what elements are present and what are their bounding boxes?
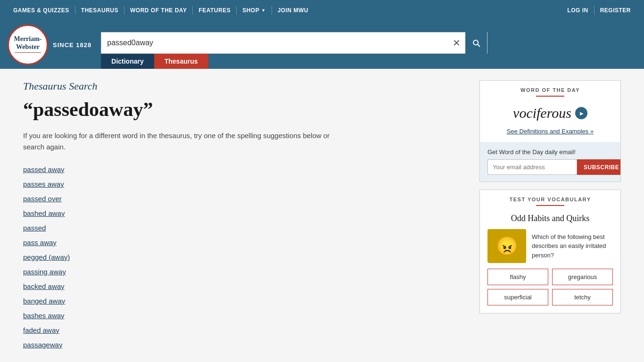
vocab-choice-superficial[interactable]: superficial: [487, 289, 548, 305]
wotd-email-text: Get Word of the Day daily email!: [487, 148, 613, 156]
list-item: passageway: [23, 337, 468, 352]
vocab-header: TEST YOUR VOCABULARY: [480, 190, 620, 214]
vocab-choice-flashy[interactable]: flashy: [487, 269, 548, 285]
list-item: banged away: [23, 294, 468, 308]
since-text: SINCE 1828: [53, 41, 91, 49]
suggestion-link-banged-away[interactable]: banged away: [23, 294, 468, 308]
no-result-text: If you are looking for a different word …: [23, 130, 344, 153]
suggestion-link-bashed-away[interactable]: bashed away: [23, 206, 468, 221]
list-item: passed: [23, 221, 468, 235]
nav-link-register[interactable]: REGISTER: [594, 0, 636, 21]
search-input[interactable]: [101, 39, 448, 47]
list-item: faded away: [23, 323, 468, 337]
tab-thesaurus[interactable]: Thesaurus: [154, 54, 208, 69]
nav-link-games-quizzes[interactable]: GAMES & QUIZZES: [8, 0, 75, 21]
suggestion-link-passageway[interactable]: passageway: [23, 337, 468, 352]
search-term-heading: “passedoaway”: [23, 98, 468, 121]
chevron-down-icon: ▼: [261, 8, 265, 13]
suggestion-link-passed[interactable]: passed: [23, 221, 468, 235]
play-icon: ▶: [580, 111, 584, 116]
suggestion-list: passed away passes away passed over bash…: [23, 162, 468, 352]
suggestion-link-backed-away[interactable]: backed away: [23, 279, 468, 294]
list-item: backed away: [23, 279, 468, 294]
suggestion-link-pass-away[interactable]: pass away: [23, 235, 468, 250]
suggestion-link-passed-away[interactable]: passed away: [23, 162, 468, 177]
list-item: bashes away: [23, 308, 468, 323]
vocab-title: Odd Habits and Quirks: [480, 214, 620, 229]
suggestion-link-faded-away[interactable]: faded away: [23, 323, 468, 337]
thesaurus-label: Thesaurus Search: [23, 80, 468, 92]
wotd-divider: [536, 96, 564, 97]
list-item: pass away: [23, 235, 468, 250]
see-definitions-link[interactable]: See Definitions and Examples »: [507, 128, 594, 135]
clear-search-button[interactable]: ✕: [448, 37, 465, 49]
logo-circle: Merriam-Webster: [8, 25, 48, 65]
nav-link-thesaurus[interactable]: THESAURUS: [75, 0, 124, 21]
vocab-question: Which of the following best describes an…: [532, 232, 613, 260]
wotd-word: vociferous: [513, 105, 571, 121]
list-item: passing away: [23, 264, 468, 279]
suggestion-link-passes-away[interactable]: passes away: [23, 177, 468, 191]
vocab-choices: flashy gregarious superficial tetchy: [480, 269, 620, 313]
search-box: ✕: [101, 32, 487, 54]
main-container: Thesaurus Search “passedoaway” If you ar…: [16, 69, 628, 362]
wotd-label: WORD OF THE DAY: [487, 87, 613, 93]
audio-play-button[interactable]: ▶: [575, 107, 587, 119]
email-input[interactable]: [487, 159, 577, 175]
subscribe-button[interactable]: SUBSCRIBE: [577, 159, 621, 175]
nav-link-word-of-day[interactable]: WORD OF THE DAY: [124, 0, 192, 21]
tab-bar: Dictionary Thesaurus: [101, 54, 487, 69]
content-area: Thesaurus Search “passedoaway” If you ar…: [23, 80, 468, 352]
list-item: pegged (away): [23, 250, 468, 264]
suggestion-link-pegged-away[interactable]: pegged (away): [23, 250, 468, 264]
vocab-divider: [536, 205, 564, 206]
email-form: SUBSCRIBE: [487, 159, 613, 175]
suggestion-link-passing-away[interactable]: passing away: [23, 264, 468, 279]
vocab-choice-gregarious[interactable]: gregarious: [552, 269, 613, 285]
wotd-card: WORD OF THE DAY vociferous ▶ See Definit…: [479, 80, 621, 182]
vocab-image: 😠: [487, 229, 526, 263]
wotd-email-section: Get Word of the Day daily email! SUBSCRI…: [480, 142, 620, 181]
vocab-card: TEST YOUR VOCABULARY Odd Habits and Quir…: [479, 189, 621, 313]
header-area: Merriam-Webster SINCE 1828 ✕ Dictionary …: [0, 21, 644, 69]
nav-link-features[interactable]: FEATURES: [193, 0, 236, 21]
list-item: passes away: [23, 177, 468, 191]
search-icon: [471, 38, 481, 48]
nav-link-shop[interactable]: SHOP ▼: [237, 0, 271, 21]
vocab-image-row: 😠 Which of the following best describes …: [480, 229, 620, 269]
wotd-header: WORD OF THE DAY: [480, 81, 620, 102]
list-item: passed away: [23, 162, 468, 177]
top-nav: GAMES & QUIZZES THESAURUS WORD OF THE DA…: [0, 0, 644, 21]
suggestion-link-bashes-away[interactable]: bashes away: [23, 308, 468, 323]
vocab-choice-tetchy[interactable]: tetchy: [552, 289, 613, 305]
search-button[interactable]: [465, 32, 487, 54]
shop-label: SHOP: [242, 7, 259, 14]
nav-link-join-mwu[interactable]: JOIN MWU: [272, 0, 314, 21]
suggestion-link-passed-over[interactable]: passed over: [23, 191, 468, 206]
search-area: ✕ Dictionary Thesaurus: [101, 32, 487, 69]
logo-line: [15, 52, 41, 53]
wotd-see-link: See Definitions and Examples »: [480, 126, 620, 142]
vocab-emoji: 😠: [496, 236, 518, 256]
logo: Merriam-Webster SINCE 1828: [8, 25, 91, 69]
list-item: bashed away: [23, 206, 468, 221]
wotd-word-area: vociferous ▶: [480, 102, 620, 126]
sidebar: WORD OF THE DAY vociferous ▶ See Definit…: [479, 80, 621, 352]
nav-link-login[interactable]: LOG IN: [561, 0, 594, 21]
list-item: passed over: [23, 191, 468, 206]
tab-dictionary[interactable]: Dictionary: [101, 54, 154, 69]
logo-text: Merriam-Webster: [14, 35, 41, 51]
vocab-label: TEST YOUR VOCABULARY: [487, 197, 613, 202]
